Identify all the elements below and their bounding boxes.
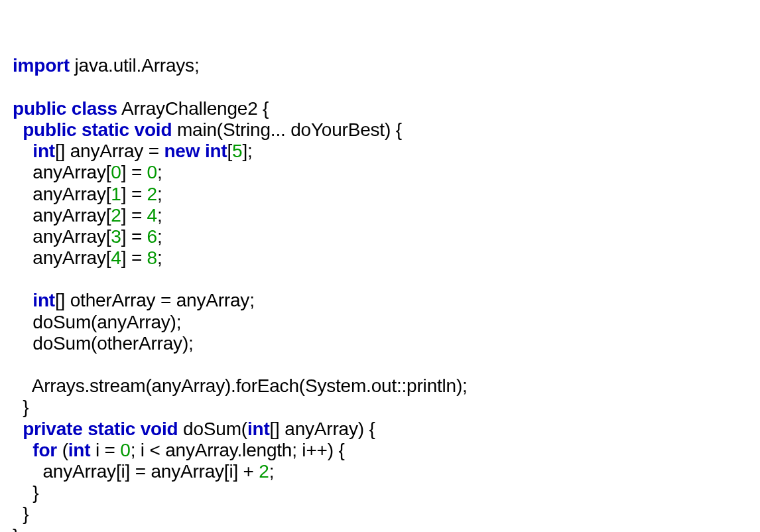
number-literal: 8	[147, 247, 157, 268]
code-text: ] =	[121, 184, 147, 204]
number-literal: 4	[147, 205, 157, 226]
code-text: ;	[157, 205, 162, 226]
keyword-int: int	[205, 141, 227, 161]
keyword-class: class	[72, 98, 117, 119]
method-signature: doSum(	[178, 419, 247, 439]
code-text: ;	[157, 184, 162, 204]
code-text: ;	[269, 461, 275, 482]
bracket: [	[227, 141, 233, 161]
code-text: i =	[90, 440, 120, 460]
number-literal: 3	[111, 226, 121, 247]
keyword-public: public	[13, 98, 66, 119]
number-literal: 0	[120, 440, 130, 460]
code-text: doSum(otherArray);	[13, 333, 194, 354]
keyword-int: int	[68, 440, 91, 460]
code-text: ] =	[121, 162, 147, 182]
keyword-int: int	[32, 141, 55, 161]
code-text: ;	[157, 226, 162, 247]
code-text: anyArray[	[13, 247, 111, 268]
code-text: [] anyArray =	[55, 141, 164, 161]
keyword-int: int	[247, 419, 270, 439]
number-literal: 0	[147, 162, 157, 182]
keyword-void: void	[141, 419, 178, 439]
keyword-static: static	[82, 119, 129, 140]
code-text: anyArray[	[13, 205, 111, 226]
number-literal: 4	[111, 247, 121, 268]
code-text: ; i < anyArray.length; i++) {	[131, 440, 345, 460]
keyword-public: public	[23, 119, 76, 140]
code-text: }	[13, 397, 29, 417]
keyword-int: int	[32, 290, 55, 310]
code-text: }	[13, 525, 19, 533]
code-text: Arrays.stream(anyArray).forEach(System.o…	[13, 375, 468, 396]
code-text: ] =	[121, 226, 147, 247]
keyword-for: for	[32, 440, 57, 460]
keyword-new: new	[164, 141, 200, 161]
code-text: anyArray[i] = anyArray[i] +	[13, 461, 259, 482]
number-literal: 5	[232, 141, 242, 161]
keyword-static: static	[88, 419, 135, 439]
code-text: (	[57, 440, 68, 460]
package-name: java.util.Arrays;	[70, 55, 200, 76]
number-literal: 6	[147, 226, 157, 247]
number-literal: 0	[111, 162, 121, 182]
code-text: ;	[157, 247, 162, 268]
bracket: ];	[242, 141, 252, 161]
keyword-private: private	[23, 419, 82, 439]
code-block: import java.util.Arrays; public class Ar…	[13, 55, 747, 532]
code-text: anyArray[	[13, 226, 111, 247]
keyword-void: void	[135, 119, 172, 140]
keyword-import: import	[13, 55, 70, 76]
code-text: ;	[157, 162, 162, 182]
code-text: }	[13, 482, 38, 503]
code-text: ] =	[121, 205, 147, 226]
number-literal: 1	[111, 184, 121, 204]
class-name: ArrayChallenge2 {	[117, 98, 269, 119]
code-text: doSum(anyArray);	[13, 312, 181, 332]
code-text: [] otherArray = anyArray;	[55, 290, 255, 310]
code-text: anyArray[	[13, 162, 111, 182]
code-text: }	[13, 503, 29, 524]
code-text: anyArray[	[13, 184, 111, 204]
method-signature: main(String... doYourBest) {	[172, 119, 401, 140]
code-text: ] =	[121, 247, 147, 268]
number-literal: 2	[259, 461, 269, 482]
number-literal: 2	[147, 184, 157, 204]
code-text: [] anyArray) {	[270, 419, 375, 439]
number-literal: 2	[111, 205, 121, 226]
